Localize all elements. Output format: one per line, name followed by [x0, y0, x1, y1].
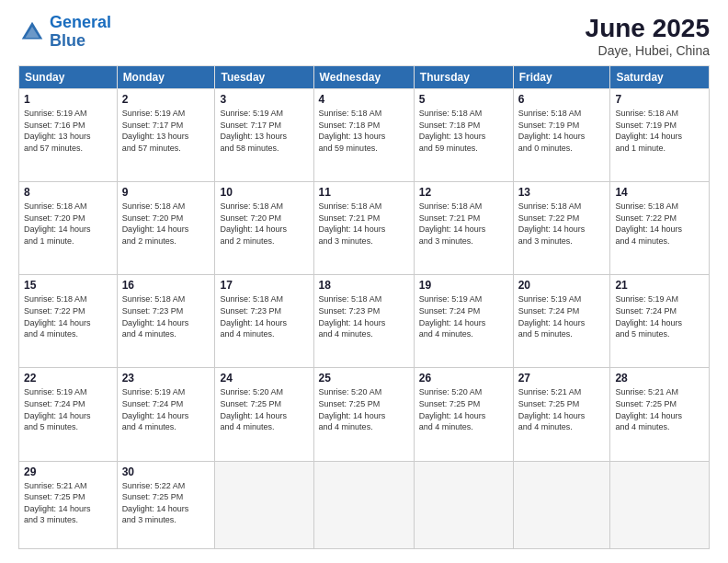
calendar-day: 27Sunrise: 5:21 AM Sunset: 7:25 PM Dayli… — [513, 368, 610, 461]
weekday-header: Sunday — [19, 66, 118, 89]
weekday-header: Friday — [513, 66, 610, 89]
calendar-day: 8Sunrise: 5:18 AM Sunset: 7:20 PM Daylig… — [19, 182, 118, 275]
calendar-day: 15Sunrise: 5:18 AM Sunset: 7:22 PM Dayli… — [19, 275, 118, 368]
calendar-day: 2Sunrise: 5:19 AM Sunset: 7:17 PM Daylig… — [117, 89, 215, 182]
calendar-day: 10Sunrise: 5:18 AM Sunset: 7:20 PM Dayli… — [215, 182, 313, 275]
calendar-day: 24Sunrise: 5:20 AM Sunset: 7:25 PM Dayli… — [215, 368, 313, 461]
calendar-day: 14Sunrise: 5:18 AM Sunset: 7:22 PM Dayli… — [610, 182, 710, 275]
logo-general: General — [50, 13, 111, 31]
calendar-day: 17Sunrise: 5:18 AM Sunset: 7:23 PM Dayli… — [215, 275, 313, 368]
logo-text: General Blue — [50, 14, 111, 51]
calendar-week-row: 29Sunrise: 5:21 AM Sunset: 7:25 PM Dayli… — [19, 461, 710, 548]
weekday-header: Thursday — [414, 66, 513, 89]
calendar-day: 1Sunrise: 5:19 AM Sunset: 7:16 PM Daylig… — [19, 89, 118, 182]
calendar-day — [610, 461, 710, 548]
calendar-day: 25Sunrise: 5:20 AM Sunset: 7:25 PM Dayli… — [313, 368, 414, 461]
calendar-day — [313, 461, 414, 548]
calendar-day: 29Sunrise: 5:21 AM Sunset: 7:25 PM Dayli… — [19, 461, 118, 548]
calendar-week-row: 1Sunrise: 5:19 AM Sunset: 7:16 PM Daylig… — [19, 89, 710, 182]
calendar-week-row: 8Sunrise: 5:18 AM Sunset: 7:20 PM Daylig… — [19, 182, 710, 275]
calendar: SundayMondayTuesdayWednesdayThursdayFrid… — [18, 65, 710, 549]
calendar-day: 30Sunrise: 5:22 AM Sunset: 7:25 PM Dayli… — [117, 461, 215, 548]
month-title: June 2025 — [586, 14, 710, 43]
weekday-header: Saturday — [610, 66, 710, 89]
page: General Blue June 2025 Daye, Hubei, Chin… — [0, 0, 728, 563]
calendar-week-row: 22Sunrise: 5:19 AM Sunset: 7:24 PM Dayli… — [19, 368, 710, 461]
calendar-day: 9Sunrise: 5:18 AM Sunset: 7:20 PM Daylig… — [117, 182, 215, 275]
calendar-day: 26Sunrise: 5:20 AM Sunset: 7:25 PM Dayli… — [414, 368, 513, 461]
weekday-header: Tuesday — [215, 66, 313, 89]
calendar-day — [513, 461, 610, 548]
calendar-day: 18Sunrise: 5:18 AM Sunset: 7:23 PM Dayli… — [313, 275, 414, 368]
weekday-header: Wednesday — [313, 66, 414, 89]
calendar-day: 22Sunrise: 5:19 AM Sunset: 7:24 PM Dayli… — [19, 368, 118, 461]
weekday-header: Monday — [117, 66, 215, 89]
logo-icon — [18, 18, 46, 46]
logo-blue: Blue — [50, 31, 85, 50]
calendar-day: 16Sunrise: 5:18 AM Sunset: 7:23 PM Dayli… — [117, 275, 215, 368]
calendar-day: 7Sunrise: 5:18 AM Sunset: 7:19 PM Daylig… — [610, 89, 710, 182]
calendar-day: 23Sunrise: 5:19 AM Sunset: 7:24 PM Dayli… — [117, 368, 215, 461]
calendar-week-row: 15Sunrise: 5:18 AM Sunset: 7:22 PM Dayli… — [19, 275, 710, 368]
calendar-day: 19Sunrise: 5:19 AM Sunset: 7:24 PM Dayli… — [414, 275, 513, 368]
calendar-day: 3Sunrise: 5:19 AM Sunset: 7:17 PM Daylig… — [215, 89, 313, 182]
header: General Blue June 2025 Daye, Hubei, Chin… — [18, 14, 710, 58]
calendar-day: 6Sunrise: 5:18 AM Sunset: 7:19 PM Daylig… — [513, 89, 610, 182]
calendar-day: 5Sunrise: 5:18 AM Sunset: 7:18 PM Daylig… — [414, 89, 513, 182]
calendar-day: 20Sunrise: 5:19 AM Sunset: 7:24 PM Dayli… — [513, 275, 610, 368]
title-block: June 2025 Daye, Hubei, China — [586, 14, 710, 58]
calendar-day: 21Sunrise: 5:19 AM Sunset: 7:24 PM Dayli… — [610, 275, 710, 368]
calendar-header-row: SundayMondayTuesdayWednesdayThursdayFrid… — [19, 66, 710, 89]
calendar-day — [414, 461, 513, 548]
logo: General Blue — [18, 14, 111, 51]
calendar-day: 12Sunrise: 5:18 AM Sunset: 7:21 PM Dayli… — [414, 182, 513, 275]
calendar-day: 4Sunrise: 5:18 AM Sunset: 7:18 PM Daylig… — [313, 89, 414, 182]
calendar-day — [215, 461, 313, 548]
calendar-day: 28Sunrise: 5:21 AM Sunset: 7:25 PM Dayli… — [610, 368, 710, 461]
calendar-day: 11Sunrise: 5:18 AM Sunset: 7:21 PM Dayli… — [313, 182, 414, 275]
location-title: Daye, Hubei, China — [586, 43, 710, 58]
calendar-day: 13Sunrise: 5:18 AM Sunset: 7:22 PM Dayli… — [513, 182, 610, 275]
